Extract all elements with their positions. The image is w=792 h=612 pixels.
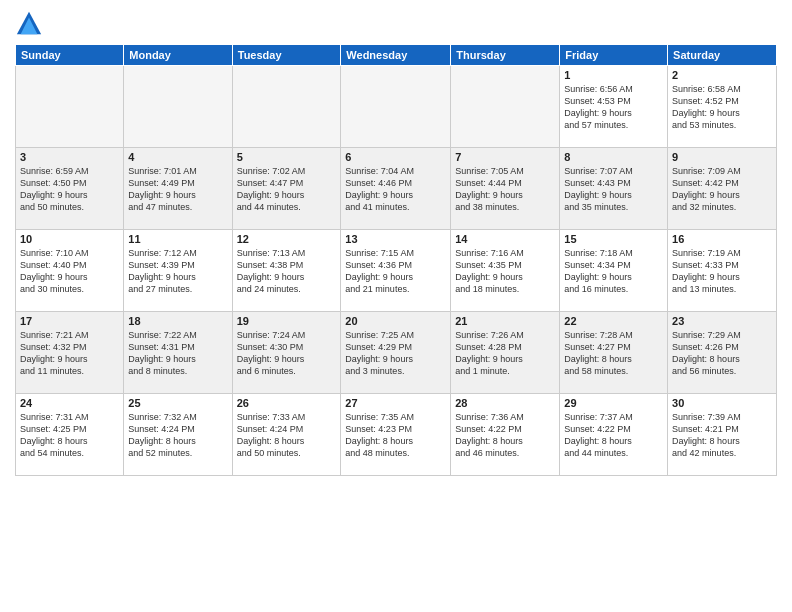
cell-line: Sunrise: 7:18 AM [564, 247, 663, 259]
calendar-cell-empty [341, 66, 451, 148]
cell-line: Sunset: 4:32 PM [20, 341, 119, 353]
cell-line: Sunset: 4:46 PM [345, 177, 446, 189]
cell-line: Sunrise: 7:32 AM [128, 411, 227, 423]
cell-line: and 35 minutes. [564, 201, 663, 213]
cell-line: Sunrise: 7:16 AM [455, 247, 555, 259]
cell-line: Sunset: 4:23 PM [345, 423, 446, 435]
day-number: 13 [345, 233, 446, 245]
day-number: 30 [672, 397, 772, 409]
cell-line: Sunset: 4:24 PM [128, 423, 227, 435]
cell-line: Sunset: 4:34 PM [564, 259, 663, 271]
calendar-cell-day: 25Sunrise: 7:32 AMSunset: 4:24 PMDayligh… [124, 394, 232, 476]
cell-line: Daylight: 9 hours [672, 271, 772, 283]
cell-line: Sunrise: 7:36 AM [455, 411, 555, 423]
cell-line: Daylight: 9 hours [345, 353, 446, 365]
calendar-cell-day: 29Sunrise: 7:37 AMSunset: 4:22 PMDayligh… [560, 394, 668, 476]
calendar-cell-day: 6Sunrise: 7:04 AMSunset: 4:46 PMDaylight… [341, 148, 451, 230]
cell-line: Sunset: 4:29 PM [345, 341, 446, 353]
cell-line: and 54 minutes. [20, 447, 119, 459]
day-number: 23 [672, 315, 772, 327]
cell-line: and 11 minutes. [20, 365, 119, 377]
day-number: 10 [20, 233, 119, 245]
cell-line: and 46 minutes. [455, 447, 555, 459]
cell-line: Sunset: 4:24 PM [237, 423, 337, 435]
cell-line: Daylight: 8 hours [564, 353, 663, 365]
cell-line: Sunrise: 7:04 AM [345, 165, 446, 177]
day-number: 18 [128, 315, 227, 327]
calendar-header-thursday: Thursday [451, 45, 560, 66]
cell-line: Sunrise: 7:22 AM [128, 329, 227, 341]
calendar-header-wednesday: Wednesday [341, 45, 451, 66]
cell-line: Sunset: 4:47 PM [237, 177, 337, 189]
cell-line: Sunrise: 7:28 AM [564, 329, 663, 341]
day-number: 19 [237, 315, 337, 327]
cell-line: Sunrise: 7:07 AM [564, 165, 663, 177]
header [15, 10, 777, 38]
calendar-header-sunday: Sunday [16, 45, 124, 66]
day-number: 21 [455, 315, 555, 327]
calendar-week-row: 3Sunrise: 6:59 AMSunset: 4:50 PMDaylight… [16, 148, 777, 230]
calendar-cell-empty [451, 66, 560, 148]
cell-line: Sunset: 4:39 PM [128, 259, 227, 271]
cell-line: and 6 minutes. [237, 365, 337, 377]
day-number: 27 [345, 397, 446, 409]
cell-line: Sunrise: 7:31 AM [20, 411, 119, 423]
cell-line: Daylight: 8 hours [672, 435, 772, 447]
cell-line: Daylight: 9 hours [128, 353, 227, 365]
calendar-cell-empty [232, 66, 341, 148]
cell-line: and 50 minutes. [237, 447, 337, 459]
calendar-week-row: 24Sunrise: 7:31 AMSunset: 4:25 PMDayligh… [16, 394, 777, 476]
cell-line: Sunrise: 7:39 AM [672, 411, 772, 423]
calendar-header-saturday: Saturday [668, 45, 777, 66]
calendar-week-row: 17Sunrise: 7:21 AMSunset: 4:32 PMDayligh… [16, 312, 777, 394]
day-number: 3 [20, 151, 119, 163]
cell-line: Sunset: 4:22 PM [455, 423, 555, 435]
cell-line: Sunset: 4:44 PM [455, 177, 555, 189]
calendar-cell-day: 9Sunrise: 7:09 AMSunset: 4:42 PMDaylight… [668, 148, 777, 230]
cell-line: and 27 minutes. [128, 283, 227, 295]
cell-line: and 41 minutes. [345, 201, 446, 213]
day-number: 1 [564, 69, 663, 81]
calendar-cell-day: 24Sunrise: 7:31 AMSunset: 4:25 PMDayligh… [16, 394, 124, 476]
cell-line: Daylight: 9 hours [455, 353, 555, 365]
day-number: 8 [564, 151, 663, 163]
cell-line: and 16 minutes. [564, 283, 663, 295]
day-number: 15 [564, 233, 663, 245]
calendar-cell-empty [124, 66, 232, 148]
cell-line: Sunset: 4:28 PM [455, 341, 555, 353]
cell-line: and 52 minutes. [128, 447, 227, 459]
cell-line: Sunrise: 7:05 AM [455, 165, 555, 177]
cell-line: Daylight: 9 hours [455, 189, 555, 201]
cell-line: Sunset: 4:31 PM [128, 341, 227, 353]
cell-line: Sunset: 4:43 PM [564, 177, 663, 189]
cell-line: and 44 minutes. [237, 201, 337, 213]
cell-line: Daylight: 8 hours [20, 435, 119, 447]
cell-line: Daylight: 9 hours [128, 271, 227, 283]
cell-line: Daylight: 8 hours [455, 435, 555, 447]
day-number: 14 [455, 233, 555, 245]
cell-line: Sunset: 4:35 PM [455, 259, 555, 271]
cell-line: and 57 minutes. [564, 119, 663, 131]
calendar-cell-day: 13Sunrise: 7:15 AMSunset: 4:36 PMDayligh… [341, 230, 451, 312]
cell-line: and 38 minutes. [455, 201, 555, 213]
cell-line: Sunset: 4:25 PM [20, 423, 119, 435]
calendar-cell-day: 8Sunrise: 7:07 AMSunset: 4:43 PMDaylight… [560, 148, 668, 230]
cell-line: Sunrise: 6:59 AM [20, 165, 119, 177]
calendar-cell-day: 18Sunrise: 7:22 AMSunset: 4:31 PMDayligh… [124, 312, 232, 394]
cell-line: and 56 minutes. [672, 365, 772, 377]
calendar-cell-day: 30Sunrise: 7:39 AMSunset: 4:21 PMDayligh… [668, 394, 777, 476]
cell-line: Sunrise: 7:24 AM [237, 329, 337, 341]
calendar-cell-day: 11Sunrise: 7:12 AMSunset: 4:39 PMDayligh… [124, 230, 232, 312]
calendar-header-row: SundayMondayTuesdayWednesdayThursdayFrid… [16, 45, 777, 66]
cell-line: Sunset: 4:27 PM [564, 341, 663, 353]
cell-line: Sunrise: 7:13 AM [237, 247, 337, 259]
cell-line: and 13 minutes. [672, 283, 772, 295]
calendar-cell-day: 4Sunrise: 7:01 AMSunset: 4:49 PMDaylight… [124, 148, 232, 230]
cell-line: and 47 minutes. [128, 201, 227, 213]
cell-line: Sunrise: 6:56 AM [564, 83, 663, 95]
cell-line: Sunset: 4:36 PM [345, 259, 446, 271]
cell-line: Sunset: 4:53 PM [564, 95, 663, 107]
cell-line: Sunset: 4:42 PM [672, 177, 772, 189]
calendar-cell-day: 2Sunrise: 6:58 AMSunset: 4:52 PMDaylight… [668, 66, 777, 148]
calendar-cell-day: 20Sunrise: 7:25 AMSunset: 4:29 PMDayligh… [341, 312, 451, 394]
